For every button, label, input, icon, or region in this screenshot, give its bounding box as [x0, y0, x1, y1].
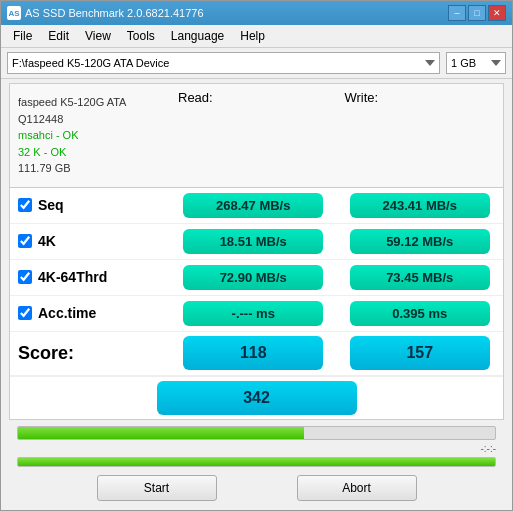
- table-row: 4K 18.51 MB/s 59.12 MB/s: [10, 224, 503, 260]
- read-score-value: 118: [183, 336, 323, 370]
- progress-bar-fill: [18, 427, 304, 439]
- 4k-text: 4K: [38, 233, 56, 249]
- write-score-value: 157: [350, 336, 490, 370]
- disk-size: 111.79 GB: [18, 160, 162, 177]
- write-score-cell: 157: [337, 333, 504, 373]
- total-score-row: 342: [10, 376, 503, 419]
- 4k64-read-value: 72.90 MB/s: [183, 265, 323, 290]
- app-icon: AS: [7, 6, 21, 20]
- button-row: Start Abort: [9, 469, 504, 509]
- acctime-write-cell: 0.395 ms: [337, 298, 504, 329]
- close-button[interactable]: ✕: [488, 5, 506, 21]
- total-score-value: 342: [157, 381, 357, 415]
- acctime-text: Acc.time: [38, 305, 96, 321]
- read-score-cell: 118: [170, 333, 337, 373]
- menu-tools[interactable]: Tools: [119, 27, 163, 45]
- toolbar: F:\faspeed K5-120G ATA Device 1 GB: [1, 48, 512, 79]
- main-window: AS AS SSD Benchmark 2.0.6821.41776 – □ ✕…: [0, 0, 513, 511]
- seq-write-cell: 243.41 MB/s: [337, 190, 504, 221]
- menu-edit[interactable]: Edit: [40, 27, 77, 45]
- device-id: Q112448: [18, 111, 162, 128]
- 4k64-read-cell: 72.90 MB/s: [170, 262, 337, 293]
- info-column: faspeed K5-120G ATA Q112448 msahci - OK …: [10, 84, 170, 187]
- table-header: faspeed K5-120G ATA Q112448 msahci - OK …: [10, 84, 503, 188]
- title-bar-left: AS AS SSD Benchmark 2.0.6821.41776: [7, 6, 204, 20]
- device-select[interactable]: F:\faspeed K5-120G ATA Device: [7, 52, 440, 74]
- device-name: faspeed K5-120G ATA: [18, 94, 162, 111]
- start-button[interactable]: Start: [97, 475, 217, 501]
- seq-read-value: 268.47 MB/s: [183, 193, 323, 218]
- acctime-read-value: -.--- ms: [183, 301, 323, 326]
- title-bar: AS AS SSD Benchmark 2.0.6821.41776 – □ ✕: [1, 1, 512, 25]
- menu-file[interactable]: File: [5, 27, 40, 45]
- k32-status: 32 K - OK: [18, 144, 162, 161]
- size-select[interactable]: 1 GB: [446, 52, 506, 74]
- progress-bar-container: [17, 426, 496, 440]
- seq-label: Seq: [10, 193, 170, 217]
- menu-language[interactable]: Language: [163, 27, 232, 45]
- info-panel: faspeed K5-120G ATA Q112448 msahci - OK …: [18, 90, 162, 181]
- table-row: Seq 268.47 MB/s 243.41 MB/s: [10, 188, 503, 224]
- main-content: faspeed K5-120G ATA Q112448 msahci - OK …: [1, 79, 512, 511]
- 4k-label: 4K: [10, 229, 170, 253]
- 4k64-checkbox[interactable]: [18, 270, 32, 284]
- 4k64-label: 4K-64Thrd: [10, 265, 170, 289]
- read-header: Read:: [170, 84, 337, 187]
- table-row: 4K-64Thrd 72.90 MB/s 73.45 MB/s: [10, 260, 503, 296]
- 4k-read-value: 18.51 MB/s: [183, 229, 323, 254]
- score-label: Score:: [10, 339, 170, 368]
- window-title: AS SSD Benchmark 2.0.6821.41776: [25, 7, 204, 19]
- 4k-read-cell: 18.51 MB/s: [170, 226, 337, 257]
- progress-area: -:-:-: [9, 420, 504, 469]
- 4k-checkbox[interactable]: [18, 234, 32, 248]
- 4k-write-cell: 59.12 MB/s: [337, 226, 504, 257]
- abort-button[interactable]: Abort: [297, 475, 417, 501]
- score-row: Score: 118 157: [10, 332, 503, 376]
- overall-progress-bar: [17, 457, 496, 467]
- seq-checkbox[interactable]: [18, 198, 32, 212]
- benchmark-table: faspeed K5-120G ATA Q112448 msahci - OK …: [9, 83, 504, 420]
- 4k64-text: 4K-64Thrd: [38, 269, 107, 285]
- seq-write-value: 243.41 MB/s: [350, 193, 490, 218]
- seq-text: Seq: [38, 197, 64, 213]
- 4k64-write-cell: 73.45 MB/s: [337, 262, 504, 293]
- minimize-button[interactable]: –: [448, 5, 466, 21]
- table-body: Seq 268.47 MB/s 243.41 MB/s 4K: [10, 188, 503, 419]
- progress-time: -:-:-: [480, 443, 496, 454]
- acctime-checkbox[interactable]: [18, 306, 32, 320]
- menu-view[interactable]: View: [77, 27, 119, 45]
- msahci-status: msahci - OK: [18, 127, 162, 144]
- acctime-read-cell: -.--- ms: [170, 298, 337, 329]
- acctime-write-value: 0.395 ms: [350, 301, 490, 326]
- 4k64-write-value: 73.45 MB/s: [350, 265, 490, 290]
- acctime-label: Acc.time: [10, 301, 170, 325]
- overall-progress-fill: [18, 458, 495, 466]
- 4k-write-value: 59.12 MB/s: [350, 229, 490, 254]
- write-header: Write:: [337, 84, 504, 187]
- menu-help[interactable]: Help: [232, 27, 273, 45]
- window-controls: – □ ✕: [448, 5, 506, 21]
- menu-bar: File Edit View Tools Language Help: [1, 25, 512, 48]
- table-row: Acc.time -.--- ms 0.395 ms: [10, 296, 503, 332]
- maximize-button[interactable]: □: [468, 5, 486, 21]
- seq-read-cell: 268.47 MB/s: [170, 190, 337, 221]
